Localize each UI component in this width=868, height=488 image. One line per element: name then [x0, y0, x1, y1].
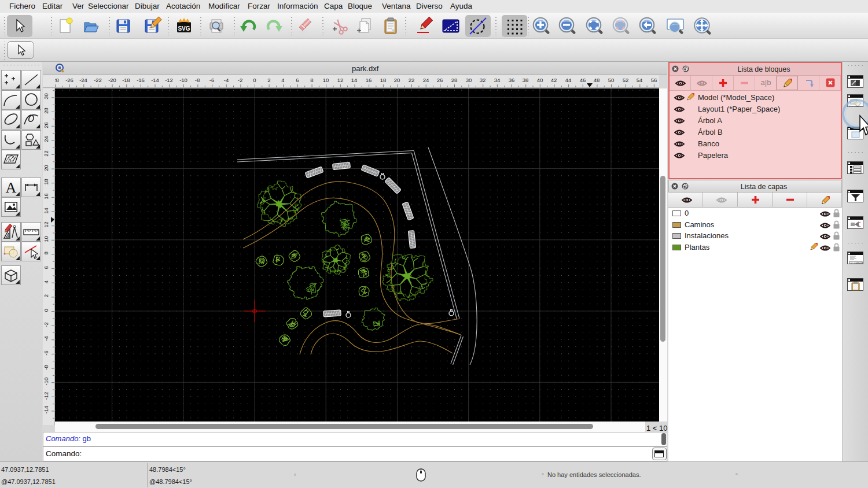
svg-text:c:_command: c:_command	[851, 262, 863, 264]
svg-text:SVG: SVG	[178, 25, 190, 32]
svg-text:A: A	[6, 179, 17, 196]
